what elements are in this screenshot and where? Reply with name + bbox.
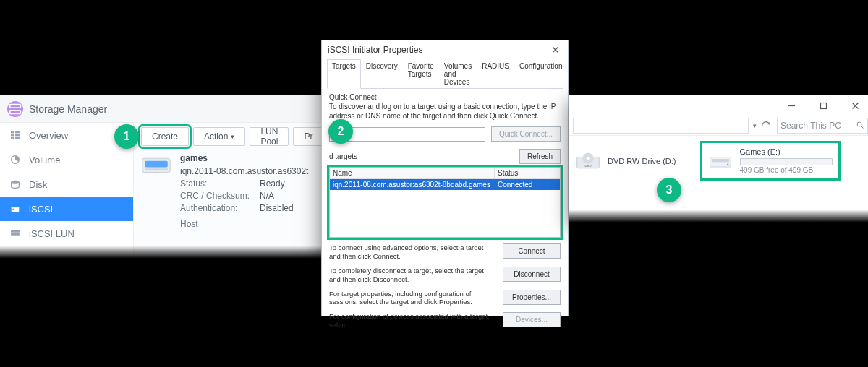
chevron-down-icon[interactable]: ▾ [753, 122, 757, 129]
step-badge-3: 3 [657, 178, 681, 202]
col-status: Status [495, 168, 560, 178]
svg-rect-4 [11, 137, 14, 139]
sidebar-item-overview[interactable]: Overview [0, 123, 133, 147]
devices-button[interactable]: Devices... [503, 312, 561, 327]
connect-button[interactable]: Connect [503, 243, 561, 259]
target-status-cell: Connected [495, 179, 560, 190]
create-button[interactable]: Create [141, 127, 189, 146]
iscsi-title: iSCSI Initiator Properties [328, 45, 422, 55]
svg-rect-15 [145, 168, 168, 170]
drive-dvd-label: DVD RW Drive (D:) [608, 157, 676, 165]
sidebar-item-iscsi-lun[interactable]: iSCSI LUN [0, 221, 133, 246]
discovered-targets-list[interactable]: Name Status iqn.2011-08.com.asustor:as63… [329, 167, 561, 238]
refresh-button[interactable]: Refresh [519, 149, 561, 164]
quick-connect-desc: To discover and log on to a target using… [329, 103, 561, 121]
step-badge-1: 1 [114, 124, 139, 149]
lun-host-key: Host [180, 219, 308, 229]
col-name: Name [330, 168, 495, 178]
table-row[interactable]: iqn.2011-08.com.asustor:as6302t-8bdabd.g… [330, 179, 560, 190]
explorer-window: ▾ Search This PC DVD DVD RW Drive (D:) G… [569, 95, 868, 222]
explorer-address-input[interactable] [573, 118, 749, 134]
iscsi-titlebar: iSCSI Initiator Properties ✕ [322, 40, 568, 59]
storage-manager-title: Storage Manager [29, 103, 107, 115]
close-icon[interactable] [841, 96, 868, 115]
action-button[interactable]: Action ▾ [193, 127, 245, 146]
iscsi-tabs: Targets Discovery Favorite Targets Volum… [327, 59, 563, 89]
tab-radius[interactable]: RADIUS [477, 59, 514, 89]
chevron-down-icon: ▾ [231, 133, 234, 140]
iscsi-icon [9, 202, 22, 215]
overview-icon [9, 129, 22, 142]
svg-point-24 [587, 157, 589, 159]
svg-point-10 [13, 209, 14, 210]
refresh-icon[interactable] [760, 119, 773, 132]
svg-point-20 [857, 122, 861, 126]
lun-pool-button[interactable]: LUN Pool [250, 127, 289, 146]
svg-rect-7 [15, 137, 20, 139]
tab-targets[interactable]: Targets [327, 59, 361, 89]
svg-text:DVD: DVD [585, 164, 592, 168]
sidebar-item-label: Volume [29, 155, 60, 165]
sidebar-item-iscsi[interactable]: iSCSI [0, 197, 133, 221]
lun-status-value: Ready [260, 178, 285, 189]
table-header: Name Status [330, 168, 560, 179]
explorer-search-input[interactable]: Search This PC [777, 118, 868, 134]
drive-dvd[interactable]: DVD DVD RW Drive (D:) [576, 146, 676, 176]
close-icon[interactable]: ✕ [549, 44, 562, 56]
lun-drive-icon [141, 155, 171, 179]
hard-drive-icon [708, 151, 733, 171]
step-badge-2: 2 [328, 119, 353, 144]
search-placeholder: Search This PC [780, 121, 841, 131]
svg-rect-9 [12, 207, 20, 212]
quick-connect-section: Quick Connect To discover and log on to … [329, 93, 561, 142]
storage-manager-titlebar: Storage Manager [0, 95, 326, 123]
tab-favorite-targets[interactable]: Favorite Targets [403, 59, 439, 89]
volume-icon [9, 153, 22, 166]
sidebar-item-label: iSCSI LUN [29, 228, 75, 239]
lun-crc-value: N/A [260, 191, 274, 201]
lun-status-key: Status: [180, 178, 260, 189]
svg-point-8 [12, 181, 20, 184]
maximize-icon[interactable] [809, 96, 838, 115]
svg-rect-0 [10, 104, 21, 108]
search-icon [856, 121, 864, 131]
svg-rect-5 [15, 131, 20, 134]
quick-connect-button[interactable]: Quick Connect... [491, 126, 561, 142]
discovered-targets-label: d targets [329, 152, 357, 160]
help-disconnect: To completely disconnect a target, selec… [329, 267, 495, 284]
sidebar-item-label: Overview [29, 130, 68, 141]
svg-rect-3 [11, 134, 14, 137]
dvd-drive-icon: DVD [576, 151, 600, 171]
tab-discovery[interactable]: Discovery [361, 59, 403, 89]
sidebar-item-volume[interactable]: Volume [0, 147, 133, 172]
drive-games-capacity-bar [740, 158, 833, 165]
svg-point-28 [726, 163, 728, 165]
pr-button[interactable]: Pr [293, 127, 323, 146]
help-properties: For target properties, including configu… [329, 290, 495, 307]
svg-rect-2 [11, 131, 14, 134]
svg-rect-6 [15, 134, 20, 137]
minimize-icon[interactable] [777, 96, 806, 115]
tab-configuration[interactable]: Configuration [514, 59, 567, 89]
properties-button[interactable]: Properties... [503, 290, 561, 305]
help-connect: To connect using advanced options, selec… [329, 243, 495, 261]
storage-manager-window: Storage Manager Overview Volume Disk [0, 95, 326, 258]
drive-games[interactable]: Games (E:) 499 GB free of 499 GB [705, 146, 835, 176]
tab-volumes-devices[interactable]: Volumes and Devices [439, 59, 477, 89]
disk-icon [9, 178, 22, 191]
storage-manager-sidebar: Overview Volume Disk iSCSI [0, 123, 134, 258]
iscsi-lun-icon [9, 227, 22, 240]
lun-iqn: iqn.2011-08.com.asustor.as6302t [180, 166, 308, 176]
disconnect-button[interactable]: Disconnect [503, 267, 561, 282]
lun-auth-value: Disabled [260, 203, 294, 213]
explorer-titlebar [569, 95, 868, 116]
action-button-label: Action [204, 131, 228, 142]
explorer-address-row: ▾ Search This PC [569, 116, 868, 136]
drive-games-sub: 499 GB free of 499 GB [740, 166, 833, 174]
sidebar-item-disk[interactable]: Disk [0, 172, 133, 197]
storage-manager-main: Create Action ▾ LUN Pool Pr games iqn.20… [134, 123, 326, 258]
iscsi-initiator-window: iSCSI Initiator Properties ✕ Targets Dis… [321, 40, 569, 316]
lun-auth-key: Authentication: [180, 203, 260, 213]
target-name-cell: iqn.2011-08.com.asustor:as6302t-8bdabd.g… [330, 179, 495, 190]
lun-detail: games iqn.2011-08.com.asustor.as6302t St… [134, 153, 326, 229]
